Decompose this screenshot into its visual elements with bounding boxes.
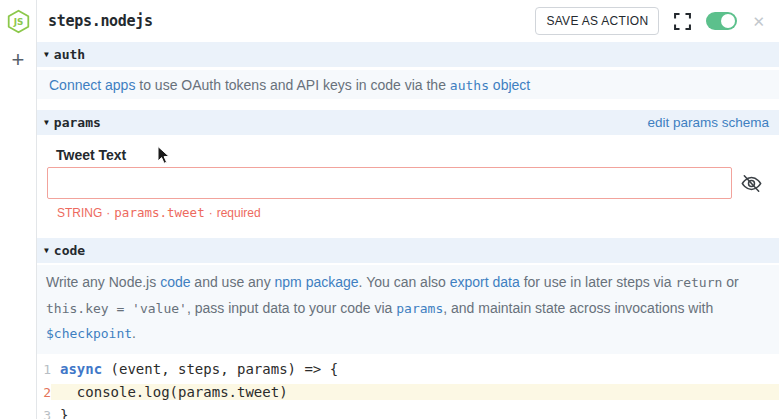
chevron-down-icon: ▼ (44, 50, 49, 59)
auths-object-link[interactable]: auths (450, 78, 489, 93)
code-description: Write any Node.js code and use any npm p… (37, 265, 779, 354)
code-desc-text: and use any (190, 274, 274, 290)
tweet-text-label: Tweet Text (56, 147, 767, 163)
code-section-header[interactable]: ▼ code (37, 238, 779, 263)
nodejs-icon: JS (5, 8, 31, 34)
code-desc-text: or (722, 274, 738, 290)
code-desc-text: , and maintain state across invocations … (443, 300, 713, 316)
left-rail: JS + (0, 0, 37, 419)
line-number: 1 (37, 362, 51, 377)
this-key-code-snippet: this.key = 'value' (46, 301, 187, 316)
code-token: (event, steps, params) => { (102, 361, 338, 377)
tweet-input-row (47, 167, 767, 199)
close-icon[interactable]: ✕ (752, 14, 765, 29)
checkpoint-link[interactable]: $checkpoint (46, 326, 132, 341)
workflow-step-editor: JS + steps.nodejs SAVE AS ACTION ✕ (0, 0, 779, 419)
auth-section-label: auth (54, 47, 85, 62)
step-sections: ▼ auth Connect apps to use OAuth tokens … (37, 42, 779, 419)
params-section-header[interactable]: ▼params edit params schema (37, 110, 779, 135)
code-line-1[interactable]: 1 async (event, steps, params) => { (37, 358, 779, 381)
fullscreen-icon[interactable] (674, 13, 691, 30)
header-controls: SAVE AS ACTION ✕ (535, 7, 765, 35)
params-link[interactable]: params (396, 301, 443, 316)
connect-apps-link[interactable]: Connect apps (49, 77, 135, 93)
code-desc-text: for use in later steps via (520, 274, 676, 290)
field-required: required (217, 206, 261, 220)
chevron-down-icon: ▼ (44, 246, 49, 255)
code-desc-text: Write any Node.js (46, 274, 160, 290)
dot-separator: · (209, 206, 213, 220)
code-token: console.log(params.tweet) (51, 384, 779, 400)
step-title: steps.nodejs (48, 12, 153, 30)
code-line-3[interactable]: 3 } (37, 404, 779, 419)
field-type: STRING (57, 206, 102, 220)
chevron-down-icon: ▼ (44, 118, 49, 127)
code-section-label: code (54, 243, 85, 258)
tweet-text-input[interactable] (47, 167, 732, 199)
dot-separator: · (106, 206, 110, 220)
line-number: 3 (37, 408, 51, 419)
save-as-action-button[interactable]: SAVE AS ACTION (535, 7, 659, 35)
auth-description: Connect apps to use OAuth tokens and API… (37, 70, 779, 99)
field-path: params.tweet (114, 205, 204, 220)
plus-icon[interactable]: + (12, 50, 25, 70)
params-body: Tweet Text STRING·params.tweet·required (37, 135, 779, 220)
return-code-snippet: return (675, 275, 722, 290)
npm-package-link[interactable]: npm package (275, 274, 359, 290)
auth-section-header[interactable]: ▼ auth (37, 42, 779, 67)
keyword-token: async (60, 361, 102, 377)
code-desc-text: , pass input data to your code via (187, 300, 396, 316)
params-section-label: params (54, 115, 101, 130)
step-header-bar: steps.nodejs SAVE AS ACTION ✕ (37, 0, 779, 42)
code-docs-link[interactable]: code (160, 274, 190, 290)
toggle-knob (721, 14, 735, 28)
code-editor[interactable]: 1 async (event, steps, params) => { 2 co… (37, 358, 779, 419)
svg-text:JS: JS (12, 16, 23, 26)
edit-params-schema-link[interactable]: edit params schema (647, 115, 769, 130)
code-line-2[interactable]: 2 console.log(params.tweet) (37, 381, 779, 404)
export-data-link[interactable]: export data (450, 274, 520, 290)
auth-desc-text: to use OAuth tokens and API keys in code… (135, 77, 449, 93)
code-desc-text: . (132, 325, 136, 341)
step-panel: steps.nodejs SAVE AS ACTION ✕ ▼ a (37, 0, 779, 419)
step-enabled-toggle[interactable] (706, 12, 737, 30)
line-number: 2 (37, 385, 51, 400)
auths-object-link-rest[interactable]: object (489, 77, 530, 93)
tweet-field-meta: STRING·params.tweet·required (57, 205, 767, 220)
eye-off-icon[interactable] (740, 172, 763, 195)
code-token: } (51, 407, 779, 419)
code-desc-text: . You can also (359, 274, 450, 290)
